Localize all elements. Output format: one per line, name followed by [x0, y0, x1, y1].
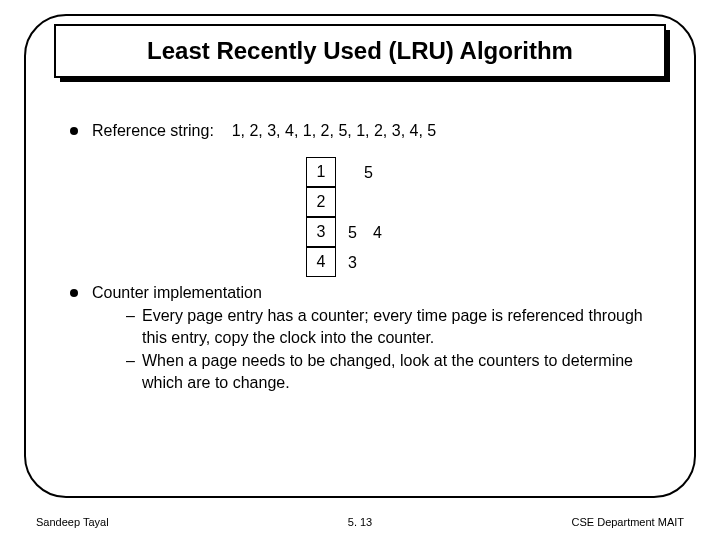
- frame-row-1: 1 5: [306, 158, 506, 188]
- frames-diagram: 1 5 2 3 5 4 4 3: [306, 158, 506, 278]
- frame-cell: 3: [306, 217, 336, 247]
- frame-side: 5 4: [348, 224, 382, 242]
- side-val: 3: [348, 254, 357, 272]
- dash-item-2: – When a page needs to be changed, look …: [126, 350, 660, 393]
- footer-author: Sandeep Tayal: [36, 516, 252, 528]
- frame-row-2: 2: [306, 188, 506, 218]
- counter-impl-label: Counter implementation: [92, 284, 262, 301]
- bullet-dot-icon: [70, 289, 78, 297]
- bullet-dot-icon: [70, 127, 78, 135]
- frame-row-4: 4 3: [306, 248, 506, 278]
- bullet-ref-string: Reference string: 1, 2, 3, 4, 1, 2, 5, 1…: [70, 120, 660, 142]
- dash-icon: –: [126, 305, 142, 348]
- frame-cell: 2: [306, 187, 336, 217]
- bullet-text: Reference string: 1, 2, 3, 4, 1, 2, 5, 1…: [92, 120, 660, 142]
- bullet-text: Counter implementation – Every page entr…: [92, 282, 660, 396]
- frame-cell: 1: [306, 157, 336, 187]
- footer: Sandeep Tayal 5. 13 CSE Department MAIT: [36, 516, 684, 528]
- bullet-counter-impl: Counter implementation – Every page entr…: [70, 282, 660, 396]
- dash-item-1: – Every page entry has a counter; every …: [126, 305, 660, 348]
- side-val: 5: [348, 224, 357, 242]
- title-box: Least Recently Used (LRU) Algorithm: [54, 24, 666, 78]
- ref-string-values: 1, 2, 3, 4, 1, 2, 5, 1, 2, 3, 4, 5: [232, 122, 437, 139]
- side-val: 4: [373, 224, 382, 242]
- footer-department: CSE Department MAIT: [468, 516, 684, 528]
- dash-list: – Every page entry has a counter; every …: [126, 305, 660, 393]
- frame-side: 5: [348, 164, 373, 182]
- dash-text-2: When a page needs to be changed, look at…: [142, 350, 660, 393]
- footer-page-number: 5. 13: [252, 516, 468, 528]
- frame-row-3: 3 5 4: [306, 218, 506, 248]
- dash-text-1: Every page entry has a counter; every ti…: [142, 305, 660, 348]
- ref-string-label: Reference string:: [92, 122, 214, 139]
- frame-side: 3: [348, 254, 373, 272]
- frame-cell: 4: [306, 247, 336, 277]
- slide-title: Least Recently Used (LRU) Algorithm: [54, 24, 666, 78]
- side-val: 5: [364, 164, 373, 182]
- dash-icon: –: [126, 350, 142, 393]
